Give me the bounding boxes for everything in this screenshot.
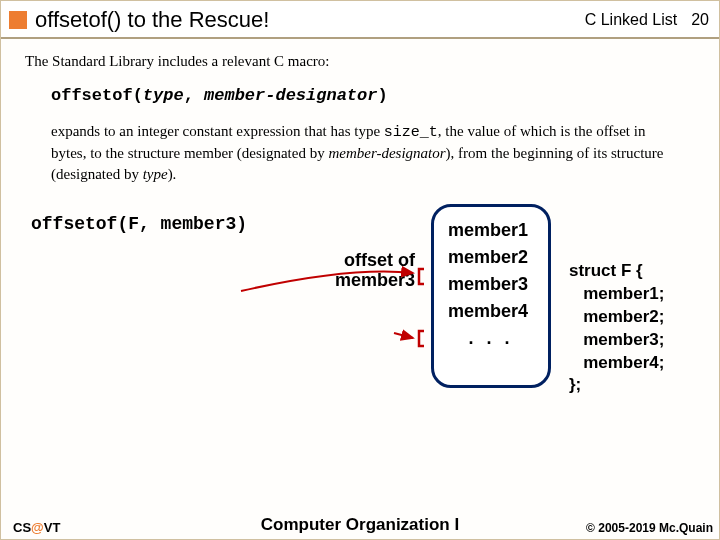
struct-definition: struct F { member1; member2; member3; me… bbox=[569, 260, 664, 398]
offset-label-line2: member3 bbox=[315, 270, 415, 291]
example-call: offsetof(F, member3) bbox=[31, 214, 247, 234]
desc-part1a: expands to an integer constant expressio… bbox=[51, 123, 384, 139]
box-member3: member3 bbox=[448, 271, 548, 298]
slide: offsetof() to the Rescue! C Linked List … bbox=[0, 0, 720, 540]
footer-vt: VT bbox=[44, 520, 61, 535]
macro-arg-type: type bbox=[143, 86, 184, 105]
desc-part1d: ). bbox=[168, 166, 177, 182]
macro-lparen: ( bbox=[133, 86, 143, 105]
header-right: C Linked List 20 bbox=[585, 11, 709, 29]
desc-type: type bbox=[143, 166, 168, 182]
page-number: 20 bbox=[691, 11, 709, 29]
macro-description: expands to an integer constant expressio… bbox=[51, 121, 669, 184]
header-accent-square bbox=[9, 11, 27, 29]
macro-comma: , bbox=[184, 86, 204, 105]
struct-members-box: member1 member2 member3 member4 . . . bbox=[431, 204, 551, 388]
example-area: offsetof(F, member3) offset of member3 m… bbox=[25, 204, 695, 444]
box-member1: member1 bbox=[448, 217, 548, 244]
macro-name: offsetof bbox=[51, 86, 133, 105]
macro-arg-member: member-designator bbox=[204, 86, 377, 105]
offset-label: offset of member3 bbox=[315, 250, 415, 291]
desc-sizet: size_t bbox=[384, 124, 438, 141]
footer-cs: CS bbox=[13, 520, 31, 535]
slide-title: offsetof() to the Rescue! bbox=[35, 7, 585, 33]
intro-text: The Standard Library includes a relevant… bbox=[25, 53, 695, 70]
header-topic: C Linked List bbox=[585, 11, 678, 29]
macro-rparen: ) bbox=[377, 86, 387, 105]
slide-body: The Standard Library includes a relevant… bbox=[1, 39, 719, 444]
box-member4: member4 bbox=[448, 298, 548, 325]
footer-copyright: © 2005-2019 Mc.Quain bbox=[586, 521, 713, 535]
footer-left: CS@VT bbox=[13, 520, 60, 535]
offset-label-line1: offset of bbox=[315, 250, 415, 271]
slide-footer: CS@VT Computer Organization I © 2005-201… bbox=[1, 520, 719, 539]
box-ellipsis: . . . bbox=[448, 325, 548, 352]
footer-center: Computer Organization I bbox=[261, 515, 459, 535]
macro-signature: offsetof(type, member-designator) bbox=[51, 86, 695, 105]
desc-member-designator: member-designator bbox=[328, 145, 445, 161]
box-member2: member2 bbox=[448, 244, 548, 271]
footer-at: @ bbox=[31, 520, 44, 535]
slide-header: offsetof() to the Rescue! C Linked List … bbox=[1, 1, 719, 39]
